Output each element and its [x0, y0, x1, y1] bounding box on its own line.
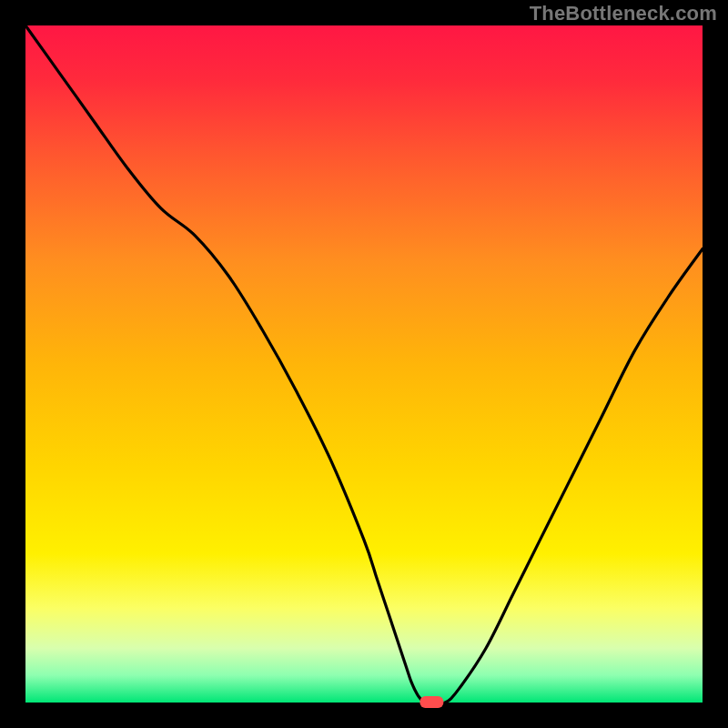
watermark-text: TheBottleneck.com [530, 2, 717, 25]
min-marker [420, 696, 443, 708]
plot-background [25, 25, 703, 703]
bottleneck-chart [0, 0, 728, 728]
